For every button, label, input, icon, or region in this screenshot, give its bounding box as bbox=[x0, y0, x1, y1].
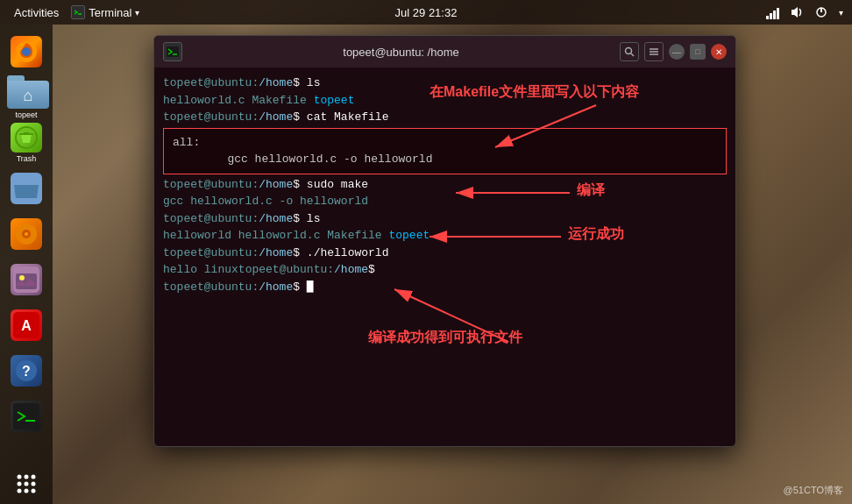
makefile-box: all: gcc helloworld.c -o helloworld bbox=[163, 128, 727, 174]
path-11: /home bbox=[259, 280, 293, 294]
output-8a: helloworld bbox=[163, 229, 231, 242]
output-10d: $ bbox=[368, 263, 375, 276]
svg-point-22 bbox=[25, 475, 29, 479]
path-7: /home bbox=[259, 212, 293, 225]
svg-point-25 bbox=[25, 482, 29, 486]
terminal-line-11: topeet@ubuntu:/home$ █ bbox=[163, 279, 727, 296]
terminal-window-icon bbox=[163, 42, 182, 61]
titlebar-controls: — □ ✕ bbox=[620, 42, 727, 61]
trash-icon bbox=[11, 123, 42, 153]
watermark: @51CTO博客 bbox=[784, 484, 843, 497]
firefox-icon bbox=[11, 36, 42, 67]
terminal-taskbar-icon bbox=[71, 5, 85, 19]
terminal-line-9: topeet@ubuntu:/home$ ./helloworld bbox=[163, 245, 727, 262]
svg-line-33 bbox=[631, 53, 634, 56]
svg-point-23 bbox=[32, 475, 36, 479]
topeet-folder-icon: ⌂ bbox=[7, 75, 46, 109]
prompt-5: topeet@ubuntu: bbox=[163, 178, 259, 191]
terminal-taskbar-label: Terminal bbox=[89, 6, 131, 19]
svg-point-21 bbox=[18, 475, 22, 479]
desktop: Activities Terminal ▾ Jul 29 21:32 bbox=[0, 0, 852, 504]
prompt-1: topeet@ubuntu: bbox=[163, 76, 259, 89]
terminal-minimize-button[interactable]: — bbox=[669, 44, 685, 60]
terminal-dock-icon bbox=[11, 401, 42, 432]
svg-point-27 bbox=[18, 489, 22, 493]
terminal-menu-button[interactable] bbox=[644, 42, 664, 61]
photos-icon bbox=[11, 264, 42, 295]
dock: ⌂ topeet Trash bbox=[0, 25, 53, 504]
terminal-line-10: hello linuxtopeet@ubuntu:/home$ bbox=[163, 261, 727, 279]
sound-app-icon bbox=[11, 218, 42, 250]
terminal-dropdown-icon: ▾ bbox=[135, 8, 139, 18]
terminal-window: topeet@ubuntu: /home — □ bbox=[153, 35, 736, 447]
terminal-titlebar: topeet@ubuntu: /home — □ bbox=[154, 36, 735, 67]
terminal-line-1: topeet@ubuntu:/home$ ls bbox=[163, 75, 727, 92]
svg-point-32 bbox=[626, 48, 632, 54]
sound-icon[interactable] bbox=[790, 5, 804, 19]
dock-item-photos[interactable] bbox=[6, 259, 46, 300]
cmd-3: $ cat Makefile bbox=[293, 110, 388, 124]
cmd-5: $ sudo make bbox=[293, 178, 368, 191]
top-panel: Activities Terminal ▾ Jul 29 21:32 bbox=[0, 0, 852, 25]
help-icon: ? bbox=[11, 355, 42, 387]
svg-point-14 bbox=[19, 275, 25, 280]
terminal-search-button[interactable] bbox=[620, 42, 639, 61]
terminal-line-5: topeet@ubuntu:/home$ sudo make bbox=[163, 176, 727, 194]
dock-item-folder[interactable] bbox=[6, 168, 46, 209]
makefile-line-2: gcc helloworld.c -o helloworld bbox=[173, 151, 717, 168]
svg-point-5 bbox=[22, 47, 31, 56]
dock-item-apps[interactable] bbox=[6, 464, 46, 504]
dock-item-topeet[interactable]: ⌂ topeet bbox=[6, 77, 46, 117]
dock-item-terminal[interactable] bbox=[6, 396, 46, 437]
dock-item-help[interactable]: ? bbox=[6, 351, 46, 391]
terminal-line-2: helloworld.c Makefile topeet bbox=[163, 92, 727, 110]
top-panel-left: Activities Terminal ▾ bbox=[9, 4, 139, 21]
path-3: /home bbox=[259, 110, 293, 124]
output-8c: topeet bbox=[388, 229, 430, 242]
trash-label: Trash bbox=[17, 154, 37, 163]
svg-point-11 bbox=[25, 232, 28, 236]
svg-point-26 bbox=[32, 482, 36, 486]
prompt-3: topeet@ubuntu: bbox=[163, 110, 259, 124]
svg-text:A: A bbox=[21, 318, 32, 333]
terminal-line-3: topeet@ubuntu:/home$ cat Makefile bbox=[163, 109, 727, 126]
output-6: gcc helloworld.c -o helloworld bbox=[163, 195, 368, 208]
terminal-content[interactable]: topeet@ubuntu:/home$ ls helloworld.c Mak… bbox=[154, 67, 735, 446]
network-icon[interactable] bbox=[765, 5, 779, 19]
prompt-7: topeet@ubuntu: bbox=[163, 212, 259, 225]
path-1: /home bbox=[259, 76, 293, 89]
prompt-11: topeet@ubuntu: bbox=[163, 280, 259, 294]
terminal-title: topeet@ubuntu: /home bbox=[189, 46, 613, 59]
dock-item-trash[interactable]: Trash bbox=[6, 123, 46, 163]
svg-point-28 bbox=[25, 489, 29, 493]
path-9: /home bbox=[259, 246, 293, 259]
svg-text:?: ? bbox=[22, 364, 31, 379]
appcenter-icon: A bbox=[11, 309, 42, 341]
svg-rect-13 bbox=[16, 273, 37, 289]
cmd-1: $ ls bbox=[293, 76, 320, 89]
output-10b: topeet@ubuntu: bbox=[238, 263, 334, 276]
power-dropdown[interactable]: ▾ bbox=[839, 8, 843, 18]
cmd-7: $ ls bbox=[293, 212, 320, 225]
prompt-9: topeet@ubuntu: bbox=[163, 246, 259, 259]
terminal-line-8: helloworld helloworld.c Makefile topeet bbox=[163, 227, 727, 245]
datetime-display: Jul 29 21:32 bbox=[395, 6, 458, 19]
svg-point-24 bbox=[18, 482, 22, 486]
apps-grid-icon bbox=[11, 468, 42, 500]
makefile-line-1: all: bbox=[173, 134, 717, 152]
terminal-close-button[interactable]: ✕ bbox=[711, 44, 727, 60]
output-10c: /home bbox=[334, 263, 368, 276]
folder-icon bbox=[11, 173, 42, 204]
dock-item-appcenter[interactable]: A bbox=[6, 305, 46, 345]
activities-button[interactable]: Activities bbox=[9, 4, 64, 21]
svg-point-29 bbox=[32, 489, 36, 493]
dock-item-firefox[interactable] bbox=[6, 32, 46, 72]
dock-item-sound[interactable] bbox=[6, 214, 46, 254]
top-panel-right: ▾ bbox=[765, 5, 843, 19]
terminal-line-6: gcc helloworld.c -o helloworld bbox=[163, 193, 727, 210]
terminal-maximize-button[interactable]: □ bbox=[690, 44, 706, 60]
power-icon[interactable] bbox=[814, 5, 828, 19]
terminal-indicator[interactable]: Terminal ▾ bbox=[71, 5, 139, 19]
svg-rect-19 bbox=[13, 403, 39, 429]
output-2b: topeet bbox=[314, 94, 355, 107]
